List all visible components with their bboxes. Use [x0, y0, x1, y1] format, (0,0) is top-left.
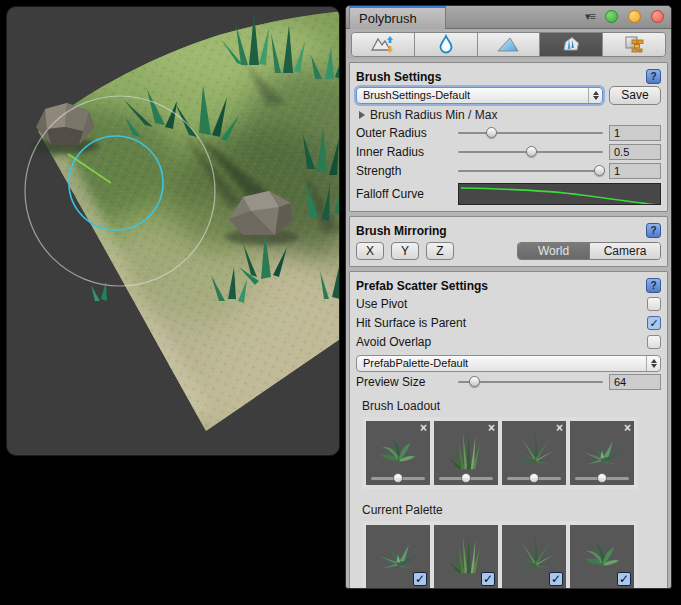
- slider-thumb[interactable]: [526, 146, 537, 157]
- palette-enabled-checkbox[interactable]: [481, 572, 495, 586]
- mirror-y-button[interactable]: Y: [391, 242, 419, 260]
- brush-preset-dropdown[interactable]: BrushSettings-Default: [356, 87, 603, 104]
- loadout-tile[interactable]: ×: [434, 421, 498, 485]
- falloff-curve-field[interactable]: [458, 183, 661, 205]
- hit-surface-checkbox[interactable]: [647, 316, 661, 330]
- prefab-thumbnail: [506, 427, 562, 477]
- remove-prefab-icon[interactable]: ×: [624, 421, 631, 435]
- outer-radius-slider[interactable]: [458, 126, 603, 140]
- palette-enabled-checkbox[interactable]: [549, 572, 563, 586]
- outer-radius-label: Outer Radius: [356, 126, 458, 140]
- loadout-tile[interactable]: ×: [366, 421, 430, 485]
- scene-viewport[interactable]: [6, 6, 340, 456]
- palette-tile[interactable]: [366, 525, 430, 589]
- space-world-label: World: [538, 244, 569, 258]
- prefab-weight-slider[interactable]: [507, 477, 561, 480]
- space-world-button[interactable]: World: [518, 243, 589, 259]
- falloff-curve-label: Falloff Curve: [356, 187, 458, 201]
- slider-track: [458, 132, 603, 134]
- palette-tile[interactable]: [434, 525, 498, 589]
- help-icon[interactable]: ?: [646, 69, 661, 84]
- loadout-tile[interactable]: ×: [570, 421, 634, 485]
- strength-value[interactable]: 1: [609, 163, 661, 179]
- prefab-scatter-section: Prefab Scatter Settings ? Use Pivot Hit …: [349, 271, 668, 589]
- window-controls: ▾≡: [585, 10, 664, 23]
- prefab-weight-slider[interactable]: [439, 477, 493, 480]
- panel-body: Brush Settings ? BrushSettings-Default S…: [346, 59, 671, 589]
- prefab-palette-dropdown[interactable]: PrefabPalette-Default: [356, 355, 661, 372]
- slider-track: [458, 170, 603, 172]
- inner-radius-value[interactable]: 0.5: [609, 144, 661, 160]
- slider-thumb[interactable]: [461, 473, 471, 483]
- slider-thumb[interactable]: [486, 127, 497, 138]
- palette-enabled-checkbox[interactable]: [617, 572, 631, 586]
- preview-size-slider[interactable]: [458, 375, 603, 389]
- help-icon[interactable]: ?: [646, 223, 661, 238]
- falloff-curve-graph: [459, 184, 660, 205]
- prefab-thumbnail: [438, 427, 494, 477]
- loadout-tile[interactable]: ×: [502, 421, 566, 485]
- preview-size-label: Preview Size: [356, 375, 458, 389]
- mirror-y-label: Y: [401, 244, 409, 258]
- space-camera-button[interactable]: Camera: [589, 243, 660, 259]
- tab-polybrush[interactable]: Polybrush: [349, 6, 446, 29]
- remove-prefab-icon[interactable]: ×: [420, 421, 427, 435]
- paint-icon: [496, 34, 520, 54]
- tool-scatter[interactable]: [540, 33, 603, 56]
- slider-thumb[interactable]: [594, 165, 605, 176]
- mirror-space-toggle: World Camera: [517, 242, 661, 260]
- stepper-icon: [646, 356, 660, 371]
- strength-row: Strength 1: [356, 162, 661, 180]
- mirror-x-button[interactable]: X: [356, 242, 384, 260]
- brush-settings-section: Brush Settings ? BrushSettings-Default S…: [349, 62, 668, 212]
- current-palette-grid: [362, 521, 638, 589]
- prefab-scatter-title: Prefab Scatter Settings: [356, 279, 488, 293]
- tool-smooth[interactable]: [415, 33, 478, 56]
- inner-radius-label: Inner Radius: [356, 145, 458, 159]
- current-palette-label: Current Palette: [362, 503, 661, 517]
- use-pivot-label: Use Pivot: [356, 297, 407, 311]
- strength-slider[interactable]: [458, 164, 603, 178]
- use-pivot-checkbox[interactable]: [647, 297, 661, 311]
- prefab-weight-slider[interactable]: [575, 477, 629, 480]
- palette-tile[interactable]: [570, 525, 634, 589]
- smooth-icon: [436, 34, 456, 54]
- tool-paint[interactable]: [478, 33, 541, 56]
- palette-tile[interactable]: [502, 525, 566, 589]
- terrain-mesh: [7, 7, 340, 456]
- hit-surface-label: Hit Surface is Parent: [356, 316, 466, 330]
- remove-prefab-icon[interactable]: ×: [488, 421, 495, 435]
- tab-bar: Polybrush ▾≡: [346, 6, 671, 29]
- help-icon[interactable]: ?: [646, 278, 661, 293]
- preview-size-value[interactable]: 64: [609, 374, 661, 390]
- window-zoom-button[interactable]: [605, 10, 618, 23]
- slider-thumb[interactable]: [393, 473, 403, 483]
- prefab-thumbnail: [574, 427, 630, 477]
- texture-icon: [623, 34, 645, 54]
- slider-thumb[interactable]: [529, 473, 539, 483]
- brush-loadout-label: Brush Loadout: [362, 399, 661, 413]
- palette-enabled-checkbox[interactable]: [413, 572, 427, 586]
- slider-thumb[interactable]: [469, 376, 480, 387]
- brush-radius-foldout[interactable]: Brush Radius Min / Max: [356, 106, 661, 123]
- window-minimize-button[interactable]: [628, 10, 641, 23]
- brush-mirroring-section: Brush Mirroring ? X Y Z World Camera: [349, 216, 668, 267]
- mirror-z-label: Z: [436, 244, 443, 258]
- save-button[interactable]: Save: [609, 86, 661, 105]
- inner-radius-slider[interactable]: [458, 145, 603, 159]
- pane-menu-icon[interactable]: ▾≡: [585, 10, 595, 23]
- window-close-button[interactable]: [651, 10, 664, 23]
- brush-mirroring-title: Brush Mirroring: [356, 224, 447, 238]
- brush-loadout-grid: × × × ×: [362, 417, 638, 489]
- outer-radius-value[interactable]: 1: [609, 125, 661, 141]
- tool-sculpt[interactable]: [352, 33, 415, 56]
- prefab-weight-slider[interactable]: [371, 477, 425, 480]
- tool-texture[interactable]: [603, 33, 665, 56]
- slider-thumb[interactable]: [597, 473, 607, 483]
- remove-prefab-icon[interactable]: ×: [556, 421, 563, 435]
- inner-radius-row: Inner Radius 0.5: [356, 143, 661, 161]
- brush-preset-value: BrushSettings-Default: [363, 89, 470, 101]
- mirror-z-button[interactable]: Z: [426, 242, 454, 260]
- polybrush-window: Polybrush ▾≡: [345, 5, 672, 589]
- avoid-overlap-checkbox[interactable]: [647, 335, 661, 349]
